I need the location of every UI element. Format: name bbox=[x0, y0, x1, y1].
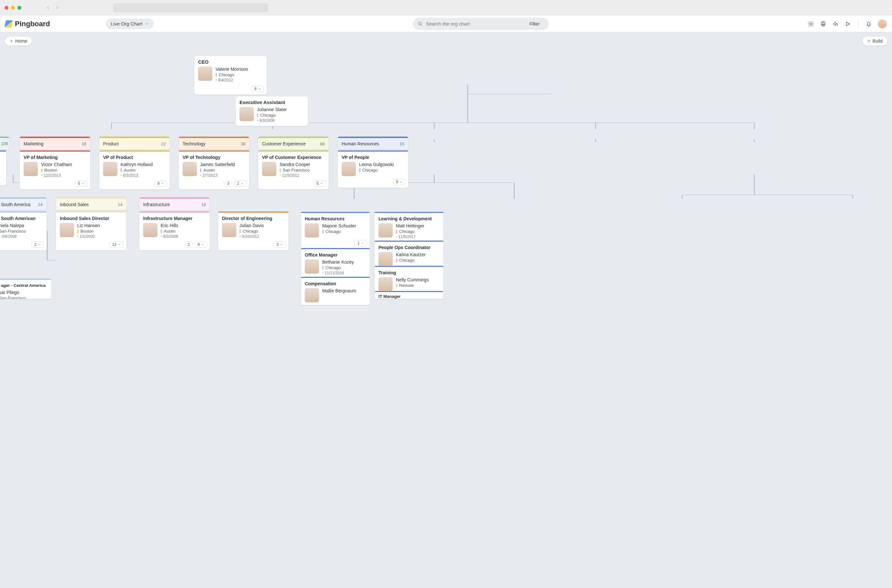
role-title: VP of Customer Experience bbox=[258, 152, 329, 160]
person-card-edge[interactable]: 4 bbox=[0, 150, 6, 186]
reports-toggle[interactable]: 2 bbox=[234, 180, 246, 187]
maximize-window[interactable] bbox=[18, 6, 21, 10]
share-icon[interactable] bbox=[832, 21, 839, 27]
person-photo bbox=[60, 223, 74, 237]
toolbar-actions bbox=[808, 20, 887, 28]
person-card-vp-marketing[interactable]: VP of Marketing Victor Chatham Boston 12… bbox=[20, 150, 90, 190]
department-card-marketing[interactable]: Marketing16 bbox=[20, 136, 90, 150]
person-photo bbox=[378, 223, 393, 237]
close-window[interactable] bbox=[5, 6, 8, 10]
department-card-inbound[interactable]: Inbound Sales14 bbox=[56, 197, 127, 211]
person-card-inbound-director[interactable]: Inbound Sales Director Liz Hansen Boston… bbox=[56, 211, 127, 251]
person-card-hr[interactable]: Human Resources Majorie Schuster Chicago… bbox=[300, 212, 370, 249]
role-title: VP of Product bbox=[99, 152, 170, 160]
svg-point-2 bbox=[810, 23, 812, 24]
search-field[interactable]: Filter bbox=[413, 18, 549, 30]
app-toolbar: Pingboard Live Org Chart Filter bbox=[0, 15, 892, 32]
person-card-training[interactable]: Training Nelly Cummings Remote bbox=[374, 266, 444, 294]
reports-toggle[interactable]: 13 bbox=[109, 242, 124, 248]
person-card-vp-product[interactable]: VP of Product Kathryn Holland Austin 6/3… bbox=[99, 150, 170, 190]
svg-rect-4 bbox=[822, 21, 824, 22]
person-card-ceo[interactable]: CEO Valerie Morrison Chicago 9/4/2012 8 bbox=[194, 56, 267, 95]
person-card-learning-dev[interactable]: Learning & Development Matt Hettinger Ch… bbox=[374, 212, 444, 242]
gear-icon[interactable] bbox=[808, 21, 814, 27]
person-card-it-manager[interactable]: IT Manager bbox=[374, 291, 444, 299]
home-button[interactable]: Home bbox=[5, 36, 32, 46]
person-card-infra-manager[interactable]: Infrastructure Manager Eric Hills Austin… bbox=[139, 211, 210, 251]
reports-count: 8 bbox=[197, 242, 200, 247]
department-card-infrastructure[interactable]: Infrastructure19 bbox=[139, 197, 210, 211]
department-count: 14 bbox=[118, 202, 123, 207]
brand[interactable]: Pingboard bbox=[5, 20, 50, 28]
chevron-down-icon bbox=[280, 243, 283, 246]
reports-toggle[interactable]: 8 bbox=[195, 242, 207, 248]
reports-toggle[interactable]: 4 bbox=[0, 176, 3, 183]
reports-toggle[interactable]: 3 bbox=[273, 242, 286, 248]
person-photo bbox=[305, 288, 319, 302]
forward-icon[interactable] bbox=[54, 5, 60, 10]
reports-count: 3 bbox=[276, 242, 279, 247]
reports-toggle[interactable]: 2 bbox=[32, 242, 44, 248]
person-card-south-american[interactable]: South American niela Nalepa San Francisc… bbox=[0, 211, 47, 251]
chevron-down-icon bbox=[361, 242, 364, 245]
play-icon[interactable] bbox=[844, 21, 851, 27]
person-name: Mallie Bergnaum bbox=[322, 288, 356, 293]
minimize-window[interactable] bbox=[11, 6, 15, 10]
person-location: Boston bbox=[81, 229, 93, 234]
person-card-dir-engineering[interactable]: Director of Engineering Julian Davis Chi… bbox=[218, 211, 289, 251]
extra-count[interactable]: 2 bbox=[185, 242, 193, 248]
person-card-vp-people[interactable]: VP of People Leona Gulgowski Chicago 9 bbox=[338, 150, 408, 188]
user-avatar[interactable] bbox=[878, 20, 887, 28]
person-photo bbox=[305, 223, 319, 237]
person-location: Chicago bbox=[243, 229, 258, 234]
role-title: Learning & Development bbox=[375, 213, 443, 222]
brand-logo-icon bbox=[5, 20, 12, 27]
person-card-central-america[interactable]: ager - Central America sar Pliego San Fr… bbox=[0, 279, 52, 299]
person-photo bbox=[378, 277, 393, 291]
orgchart-dropdown[interactable]: Live Org Chart bbox=[106, 18, 154, 29]
print-icon[interactable] bbox=[820, 21, 826, 27]
reports-toggle[interactable]: 9 bbox=[393, 178, 405, 185]
person-card-office-manager[interactable]: Office Manager Bethanie Kozey Chicago 11… bbox=[300, 248, 370, 278]
person-card-compensation[interactable]: Compensation Mallie Bergnaum bbox=[300, 276, 370, 305]
filter-button[interactable]: Filter bbox=[529, 21, 546, 27]
person-card-vp-cx[interactable]: VP of Customer Experience Sandra Cooper … bbox=[258, 150, 329, 190]
department-card-edge[interactable]: 106 bbox=[0, 136, 10, 150]
chevron-up-icon bbox=[38, 243, 41, 246]
person-card-people-ops[interactable]: People Ops Coordinator Katina Kautzer Ch… bbox=[374, 240, 444, 269]
person-photo bbox=[143, 223, 158, 237]
role-title: Human Resources bbox=[301, 213, 370, 222]
address-bar[interactable] bbox=[113, 3, 268, 12]
reports-toggle[interactable]: 5 bbox=[75, 180, 87, 187]
reports-toggle[interactable]: 5 bbox=[314, 180, 326, 187]
department-count: 19 bbox=[201, 202, 206, 207]
build-button[interactable]: Build bbox=[862, 36, 887, 46]
department-count: 22 bbox=[161, 141, 166, 146]
person-name: Leona Gulgowski bbox=[359, 162, 393, 167]
person-date: 11/5/2012 bbox=[279, 173, 310, 178]
back-icon[interactable] bbox=[45, 5, 51, 10]
person-card-assistant[interactable]: Executive Assistant Julianne Slater Chic… bbox=[235, 96, 308, 126]
reports-count: 5 bbox=[78, 181, 80, 186]
person-location: Chicago bbox=[399, 229, 414, 234]
orgchart-canvas[interactable]: CEO Valerie Morrison Chicago 9/4/2012 8 … bbox=[0, 46, 892, 314]
person-card-vp-technology[interactable]: VP of Technology James Satterfield Austi… bbox=[179, 150, 249, 190]
person-name: Nelly Cummings bbox=[396, 277, 429, 282]
department-card-technology[interactable]: Technology38 bbox=[179, 136, 249, 150]
search-icon bbox=[417, 21, 423, 27]
person-name: Julian Davis bbox=[239, 223, 264, 228]
reports-toggle[interactable]: 8 bbox=[251, 86, 264, 92]
search-input[interactable] bbox=[424, 21, 529, 27]
person-location: Austin bbox=[203, 168, 215, 172]
person-photo bbox=[305, 260, 319, 274]
department-card-south-america[interactable]: South America24 bbox=[0, 197, 47, 211]
orgchart-dropdown-label: Live Org Chart bbox=[111, 21, 143, 27]
bell-icon[interactable] bbox=[865, 21, 872, 27]
department-card-cx[interactable]: Customer Experience88 bbox=[258, 136, 329, 150]
reports-toggle[interactable]: 1 bbox=[354, 240, 367, 246]
extra-count[interactable]: 3 bbox=[224, 180, 232, 187]
reports-toggle[interactable]: 8 bbox=[155, 180, 167, 187]
department-card-product[interactable]: Product22 bbox=[99, 136, 170, 150]
build-label: Build bbox=[872, 39, 883, 44]
department-card-hr[interactable]: Human Resources15 bbox=[338, 136, 408, 150]
